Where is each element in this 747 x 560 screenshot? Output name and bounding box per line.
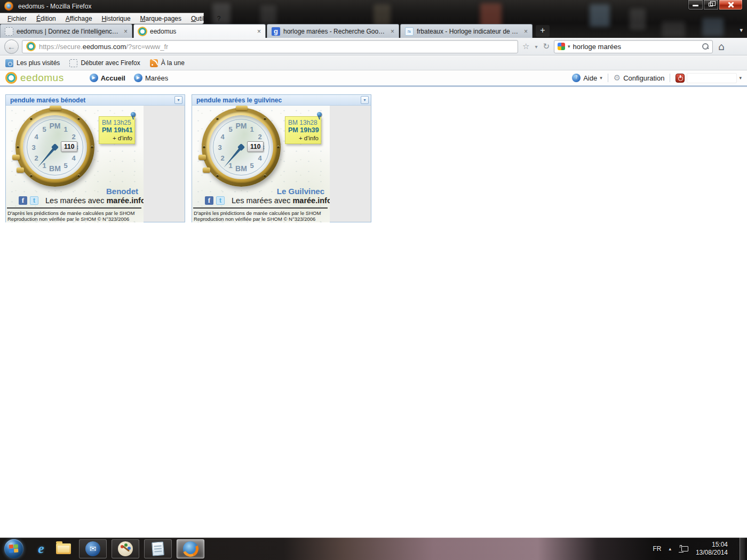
tab-eedomus-www[interactable]: eedomus | Donnez de l'intelligence à ...…	[0, 24, 132, 38]
taskbar-explorer[interactable]	[52, 539, 75, 558]
placeholder-favicon	[5, 27, 13, 36]
taskbar-firefox-active[interactable]	[177, 539, 204, 558]
more-info-link[interactable]: + d'info	[288, 134, 319, 142]
search-engine-dropdown-icon[interactable]: ▾	[568, 44, 570, 49]
tray-clock[interactable]: 15:04 13/08/2014	[696, 541, 728, 557]
taskbar-notepad[interactable]	[144, 539, 172, 558]
tab-close-icon[interactable]: ×	[390, 28, 395, 35]
shom-disclaimer-2: Reproduction non vérifiée par le SHOM © …	[194, 216, 328, 222]
chevron-down-icon: ▾	[739, 75, 742, 81]
pushpin-icon	[317, 112, 322, 117]
username-redacted	[687, 74, 736, 83]
ie-icon: e	[38, 541, 44, 557]
tab-list-dropdown-icon[interactable]: ▾	[740, 27, 743, 34]
widget-title: pendule marées bénodet	[10, 97, 174, 104]
reload-icon[interactable]: ↻	[542, 42, 551, 51]
tab-google-search[interactable]: g horloge marées - Recherche Google ×	[267, 24, 399, 38]
menu-affichage[interactable]: Affichage	[61, 14, 97, 23]
show-desktop-button[interactable]	[740, 538, 745, 560]
site-identity-icon[interactable]	[27, 43, 35, 50]
configuration-link[interactable]: ⚙ Configuration	[614, 73, 665, 83]
bookmark-most-visited[interactable]: Les plus visités	[5, 59, 60, 67]
tab-close-icon[interactable]: ×	[123, 28, 129, 35]
search-bar[interactable]: ▾	[554, 40, 713, 53]
facebook-icon[interactable]: f	[19, 196, 27, 205]
menubar: Fichier Édition Affichage Historique Mar…	[0, 13, 204, 24]
taskbar-internet-explorer[interactable]: e	[30, 539, 52, 558]
separator	[670, 74, 670, 82]
system-tray: FR ▴ 15:04 13/08/2014	[653, 538, 747, 560]
close-button[interactable]	[719, 0, 743, 10]
minimize-button[interactable]	[688, 0, 703, 10]
taskbar-paint[interactable]	[112, 539, 139, 558]
widget-header[interactable]: pendule marées bénodet ▾	[6, 95, 185, 106]
search-icon[interactable]	[702, 43, 709, 50]
firefox-app-icon	[4, 2, 13, 11]
bookmark-star-icon[interactable]: ☆	[521, 42, 530, 51]
search-input[interactable]	[573, 43, 699, 51]
start-button[interactable]	[4, 539, 23, 558]
menu-edition[interactable]: Édition	[32, 14, 60, 23]
tide-clock-image[interactable]: PM 1 2 3 4 5 BM 1 2 3 4 5 110	[6, 106, 144, 222]
tray-date: 13/08/2014	[696, 549, 728, 557]
restore-button[interactable]	[703, 0, 719, 10]
low-tide-time: BM 13h25	[102, 119, 132, 126]
google-search-engine-icon[interactable]	[558, 43, 565, 50]
tab-frbateaux[interactable]: ≈ frbateaux - Horloge indicateur de ma..…	[400, 24, 533, 38]
url-bar[interactable]: https://secure.eedomus.com/?src=www_fr	[22, 40, 518, 53]
mail-icon: ✉	[85, 541, 100, 556]
menu-outils[interactable]: Outils	[187, 14, 212, 23]
menu-fichier[interactable]: Fichier	[3, 14, 31, 23]
clock-face: PM 1 2 3 4 5 BM 1 2 3 4 5 110	[209, 115, 273, 179]
shom-disclaimer-1: D'après les prédictions de marée calculé…	[7, 210, 142, 216]
bookmark-getting-started[interactable]: Débuter avec Firefox	[69, 59, 140, 67]
user-account-menu[interactable]: ▾	[676, 74, 742, 83]
window-title: eedomus - Mozilla Firefox	[18, 3, 91, 10]
hidden-icons-arrow[interactable]: ▴	[669, 546, 671, 551]
site-toolbar-right: ? Aide ▾ ⚙ Configuration ▾	[572, 73, 742, 83]
widget-benodet: pendule marées bénodet ▾	[5, 94, 185, 222]
home-icon[interactable]: ⌂	[716, 41, 727, 52]
divider	[7, 207, 141, 209]
tab-close-icon[interactable]: ×	[256, 28, 262, 35]
bookmark-latest-headlines[interactable]: À la une	[150, 59, 185, 67]
taskbar-thunderbird[interactable]: ✉	[79, 539, 107, 558]
eedomus-logo[interactable]: eedomus	[5, 72, 64, 84]
url-dropdown-icon[interactable]: ▾	[534, 44, 538, 50]
tab-strip: eedomus | Donnez de l'intelligence à ...…	[0, 23, 747, 38]
titlebar[interactable]: eedomus - Mozilla Firefox	[0, 0, 747, 13]
menu-help[interactable]: ?	[213, 14, 225, 23]
chevron-down-icon: ▾	[600, 75, 602, 81]
more-info-link[interactable]: + d'info	[102, 134, 132, 142]
nav-marees[interactable]: ▶ Marées	[134, 74, 168, 82]
help-icon: ?	[572, 74, 581, 82]
new-tab-button[interactable]: +	[536, 25, 550, 37]
notepad-icon	[152, 541, 164, 556]
menu-marque-pages[interactable]: Marque-pages	[136, 14, 186, 23]
gear-icon: ⚙	[614, 73, 621, 83]
browser-window: eedomus - Mozilla Firefox Fichier Éditio…	[0, 0, 747, 560]
wave-favicon: ≈	[405, 27, 414, 36]
language-indicator[interactable]: FR	[653, 545, 661, 553]
nav-accueil[interactable]: ▶ Accueil	[90, 74, 125, 82]
location-label: Le Guilvinec	[277, 187, 324, 196]
high-tide-time: PM 19h41	[102, 126, 132, 134]
network-icon[interactable]	[679, 545, 688, 553]
aide-menu[interactable]: ? Aide ▾	[572, 74, 602, 82]
tab-eedomus-active[interactable]: eedomus ×	[133, 24, 266, 38]
widget-header[interactable]: pendule marées le guilvinec ▾	[192, 95, 371, 106]
bookmarks-toolbar: Les plus visités Débuter avec Firefox À …	[0, 56, 747, 70]
menu-historique[interactable]: Historique	[98, 14, 135, 23]
widget-menu-icon[interactable]: ▾	[174, 96, 182, 104]
placeholder-icon	[69, 59, 77, 67]
facebook-icon[interactable]: f	[205, 196, 213, 205]
eedomus-toolbar: eedomus ▶ Accueil ▶ Marées ? Aide ▾ ⚙ Co…	[0, 70, 747, 87]
twitter-icon[interactable]: t	[216, 196, 225, 205]
shom-disclaimer-2: Reproduction non vérifiée par le SHOM © …	[7, 216, 142, 222]
twitter-icon[interactable]: t	[30, 196, 38, 205]
back-button[interactable]: ←	[4, 39, 19, 54]
widget-menu-icon[interactable]: ▾	[361, 96, 369, 104]
tab-close-icon[interactable]: ×	[523, 28, 529, 35]
tray-time: 15:04	[696, 541, 728, 549]
tide-clock-image[interactable]: PM 1 2 3 4 5 BM 1 2 3 4 5 110	[192, 106, 330, 222]
